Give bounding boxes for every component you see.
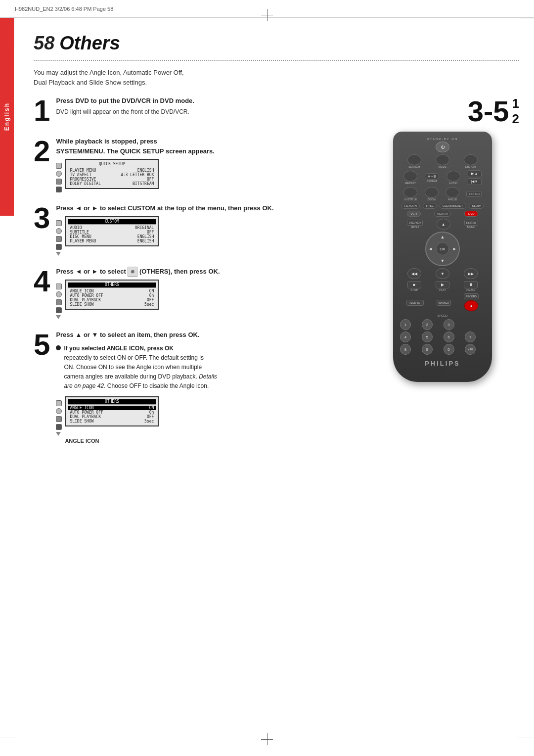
step-4-icons [56, 284, 62, 319]
timerset-button[interactable]: TIMER SET [406, 300, 424, 306]
btn-9[interactable]: 9 [422, 344, 433, 355]
step-5-sub: If you selected ANGLE ICON, press OK rep… [56, 344, 356, 391]
screen-3-row-3: DISC MENUENGLISH [68, 235, 156, 239]
others-icon: ⊞ [128, 267, 137, 277]
repeat-btn-wrap: REPEAT [403, 171, 417, 185]
up-button[interactable]: ▲ [437, 219, 450, 230]
btn-3[interactable]: 3 [444, 319, 454, 330]
section-divider [34, 60, 519, 61]
title-btn-wrap: TITLE [423, 203, 437, 209]
menu-label-right: MENU [464, 226, 479, 229]
search-label: SEARCH [407, 165, 421, 168]
power-button[interactable]: ⏻ [436, 142, 449, 152]
s3-icon-4 [56, 244, 62, 250]
down-nav-button[interactable]: ▼ [436, 268, 449, 279]
nav-left-arrow[interactable]: ◄ [428, 246, 433, 251]
angle-button[interactable] [445, 187, 459, 198]
screen-3-row-4: PLAYER MENUENGLISH [68, 239, 156, 243]
btn-0[interactable]: 0 [444, 344, 454, 355]
vcr-button[interactable]: VCR [407, 211, 421, 217]
step-1-desc: DVD light will appear on the front of th… [56, 107, 356, 116]
zoom-button[interactable] [425, 187, 439, 198]
play-button[interactable]: ▶ [436, 281, 449, 288]
screen-5-header: OTHERS [68, 399, 156, 405]
step-2-screen: QUICK SETUP PLAYER MENUENGLISH TV ASPECT… [65, 159, 159, 189]
pause-button[interactable]: ⏸ [464, 281, 478, 288]
btn-7[interactable]: 7 [465, 331, 476, 342]
s4-icon-1 [56, 284, 62, 289]
screen-4-row-3: DUAL PLAYBACKOFF [68, 298, 156, 302]
search-button[interactable] [407, 154, 421, 165]
ab-button[interactable]: A↔B [425, 173, 439, 180]
btn-8[interactable]: 8 [400, 344, 411, 355]
row-subtitle-zoom-angle: SUBTITLE ZOOM ANGLE SKP·CH [400, 187, 485, 201]
step-5-bullet: If you selected ANGLE ICON, press OK rep… [56, 344, 356, 391]
skip-fwd-button[interactable]: ▶|▲ [468, 170, 482, 177]
row-disc-menu: DISC/VCR MENU ▲ SYSTEM MENU [400, 219, 485, 230]
dvd-btn-wrap: DVD [464, 211, 478, 217]
repeat-button[interactable] [403, 171, 417, 182]
repeat2-label: REPEAT [425, 180, 439, 183]
skp-button[interactable]: SKP·CH [466, 191, 481, 197]
screen-4-row-4: SLIDE SHOW5sec [68, 302, 156, 307]
dvd-button[interactable]: DVD [464, 211, 478, 217]
btn-6[interactable]: 6 [444, 331, 454, 342]
clear-btn-wrap: CLEAR/RESET [440, 203, 466, 209]
step-3-5-label: 3-5 [468, 97, 509, 126]
slow-btn-wrap: SLOW [469, 203, 484, 209]
clear-button[interactable]: CLEAR/RESET [440, 203, 466, 209]
marker-button[interactable]: MARKER [437, 300, 451, 306]
stop-button[interactable]: ■ [407, 281, 421, 288]
screen-4-header: OTHERS [68, 283, 156, 288]
subtitle-button[interactable] [403, 187, 417, 198]
s4-icon-3 [56, 299, 62, 305]
btn-5[interactable]: 5 [422, 331, 433, 342]
btn-2[interactable]: 2 [422, 319, 433, 330]
btn-10[interactable]: +10 [465, 344, 476, 355]
screen-5-row-2: AUTO POWER OFF0h [68, 410, 156, 415]
return-button[interactable]: RETURN [401, 203, 420, 209]
title-button[interactable]: TITLE [423, 203, 437, 209]
display-button[interactable] [464, 154, 478, 165]
nav-circle: ▲ ▼ ◄ ► OK [425, 232, 460, 266]
s4-icon-4 [56, 307, 62, 313]
nav-up-arrow[interactable]: ▲ [441, 235, 445, 239]
slow-button[interactable]: SLOW [469, 203, 484, 209]
btn-4[interactable]: 4 [400, 331, 411, 342]
screen-5-row-4: SLIDE SHOW5sec [68, 419, 156, 424]
ok-button[interactable]: OK [436, 242, 449, 255]
pause-btn-wrap: ⏸ PAUSE [464, 281, 478, 291]
system-button[interactable]: SYSTEM [464, 220, 479, 226]
vcr-btn-wrap: VCR [407, 211, 421, 217]
skip-back-button[interactable]: |◀▼ [468, 178, 482, 185]
steps-left: 1 Press DVD to put the DVD/VCR in DVD mo… [34, 96, 356, 455]
row-timer-marker-record: TIMER SET MARKER RECORD ● [400, 293, 485, 312]
nav-right-arrow[interactable]: ► [452, 246, 457, 251]
step-4-content: Press ◄ or ► to select ⊞ (OTHERS), then … [56, 267, 356, 320]
step-3-icons [56, 220, 62, 256]
step-4-number: 4 [34, 267, 50, 296]
step-5-screen-area: OTHERS ANGLE ICONON AUTO POWER OFF0h DUA… [56, 396, 356, 444]
row-return-title-clear: RETURN TITLE CLEAR/RESET SLOW [400, 203, 485, 209]
mode-button[interactable] [436, 154, 449, 165]
timerset-btn-wrap: TIMER SET [406, 300, 424, 306]
bottom-crosshair [261, 733, 273, 745]
step-3-content: Press ◄ or ► to select CUSTOM at the top… [56, 203, 356, 256]
record-btn-wrap: RECORD ● [464, 293, 479, 312]
screen-2-row-3: PROGRESSIVEOFF [68, 177, 156, 182]
record-dot[interactable]: ● [464, 300, 478, 311]
audio-button[interactable] [446, 171, 460, 182]
ff-button[interactable]: ▶▶ [464, 268, 478, 279]
line-bottom-left [0, 738, 17, 738]
language-sidebar: English [0, 18, 14, 216]
s5-icon-4 [56, 424, 62, 430]
rew-button[interactable]: ◀◀ [407, 268, 421, 279]
nav-down-arrow[interactable]: ▼ [441, 258, 445, 263]
discvcr-button[interactable]: DISC/VCR [407, 220, 423, 226]
step-3-screen-wrap: CUSTOM AUDIOORIGINAL SUBTITLEOFF DISC ME… [56, 216, 356, 256]
step-2-screen-area: QUICK SETUP PLAYER MENUENGLISH TV ASPECT… [56, 159, 356, 192]
standby-label: STAND-BY ON [400, 138, 485, 141]
record-button[interactable]: RECORD [464, 293, 479, 299]
vcrtv-button[interactable]: VCR/TV [434, 211, 451, 217]
btn-1[interactable]: 1 [400, 319, 411, 330]
